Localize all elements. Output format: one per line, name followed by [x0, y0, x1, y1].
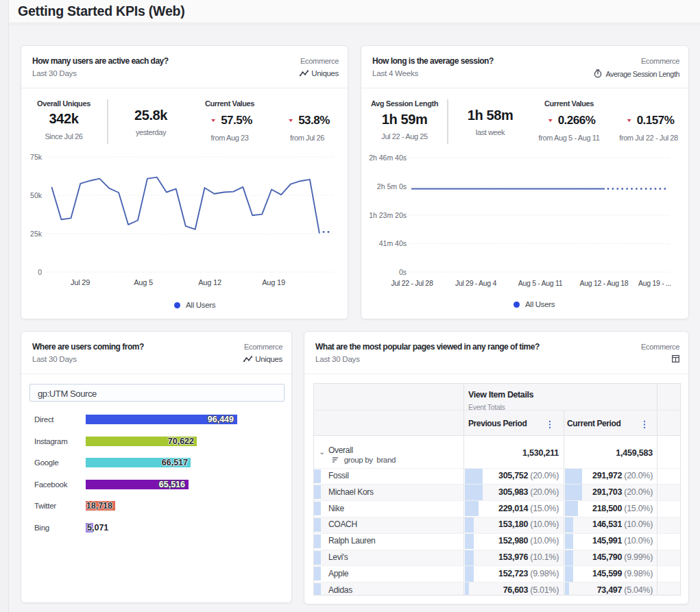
svg-text:75k: 75k: [30, 153, 43, 161]
svg-text:Aug 19 - ...: Aug 19 - ...: [638, 279, 671, 287]
svg-text:Jul 29 - Aug 4: Jul 29 - Aug 4: [455, 279, 496, 287]
svg-text:0: 0: [38, 268, 42, 276]
svg-text:2h 5m 0s: 2h 5m 0s: [377, 182, 407, 191]
svg-text:1h 23m 20s: 1h 23m 20s: [369, 211, 407, 219]
svg-text:Aug 12: Aug 12: [198, 278, 221, 286]
svg-text:Aug 5: Aug 5: [134, 278, 153, 286]
svg-text:Jul 29: Jul 29: [71, 278, 90, 286]
svg-text:25k: 25k: [30, 230, 43, 238]
svg-text:Aug 19: Aug 19: [262, 278, 285, 286]
svg-text:50k: 50k: [30, 191, 43, 199]
svg-text:41m 40s: 41m 40s: [379, 239, 407, 247]
svg-text:2h 46m 40s: 2h 46m 40s: [369, 154, 407, 162]
svg-text:Aug 12 - Aug 18: Aug 12 - Aug 18: [580, 279, 629, 287]
svg-text:Aug 5 - Aug 11: Aug 5 - Aug 11: [518, 279, 563, 287]
svg-text:Jul 22 - Jul 28: Jul 22 - Jul 28: [391, 279, 433, 287]
svg-text:0s: 0s: [399, 268, 407, 276]
